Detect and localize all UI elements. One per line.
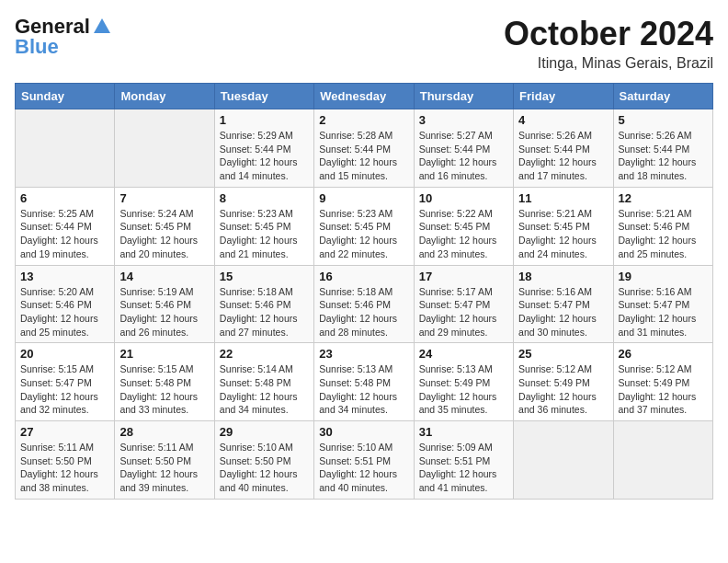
day-info: Sunrise: 5:13 AMSunset: 5:49 PMDaylight:… — [419, 362, 508, 417]
calendar-cell: 17Sunrise: 5:17 AMSunset: 5:47 PMDayligh… — [414, 265, 513, 343]
calendar-cell: 31Sunrise: 5:09 AMSunset: 5:51 PMDayligh… — [414, 421, 513, 500]
day-info: Sunrise: 5:09 AMSunset: 5:51 PMDaylight:… — [419, 441, 508, 495]
calendar-table: SundayMondayTuesdayWednesdayThursdayFrid… — [15, 83, 713, 500]
day-info: Sunrise: 5:25 AMSunset: 5:44 PMDaylight:… — [20, 207, 109, 261]
day-number: 13 — [20, 270, 109, 283]
day-number: 22 — [220, 347, 309, 361]
calendar-cell: 29Sunrise: 5:10 AMSunset: 5:50 PMDayligh… — [214, 421, 313, 500]
day-info: Sunrise: 5:26 AMSunset: 5:44 PMDaylight:… — [518, 129, 608, 183]
calendar-cell: 5Sunrise: 5:26 AMSunset: 5:44 PMDaylight… — [613, 109, 712, 188]
calendar-cell: 19Sunrise: 5:16 AMSunset: 5:47 PMDayligh… — [613, 265, 712, 343]
day-info: Sunrise: 5:29 AMSunset: 5:44 PMDaylight:… — [220, 129, 309, 183]
day-number: 9 — [319, 191, 408, 205]
calendar-week-3: 13Sunrise: 5:20 AMSunset: 5:46 PMDayligh… — [16, 265, 713, 343]
day-number: 12 — [619, 191, 708, 205]
calendar-week-5: 27Sunrise: 5:11 AMSunset: 5:50 PMDayligh… — [16, 421, 713, 500]
page-header: General Blue October 2024 Itinga, Minas … — [15, 15, 713, 72]
weekday-header-thursday: Thursday — [414, 84, 513, 109]
calendar-cell: 22Sunrise: 5:14 AMSunset: 5:48 PMDayligh… — [214, 343, 313, 421]
calendar-cell: 30Sunrise: 5:10 AMSunset: 5:51 PMDayligh… — [314, 421, 414, 500]
calendar-cell: 2Sunrise: 5:28 AMSunset: 5:44 PMDaylight… — [314, 109, 414, 188]
weekday-header-sunday: Sunday — [16, 84, 115, 109]
day-info: Sunrise: 5:23 AMSunset: 5:45 PMDaylight:… — [220, 207, 309, 261]
logo-icon — [92, 17, 112, 37]
day-number: 14 — [119, 270, 209, 283]
day-info: Sunrise: 5:19 AMSunset: 5:46 PMDaylight:… — [119, 285, 209, 339]
weekday-header-saturday: Saturday — [613, 84, 712, 109]
calendar-cell: 16Sunrise: 5:18 AMSunset: 5:46 PMDayligh… — [314, 265, 414, 343]
calendar-cell: 13Sunrise: 5:20 AMSunset: 5:46 PMDayligh… — [16, 265, 115, 343]
day-info: Sunrise: 5:10 AMSunset: 5:51 PMDaylight:… — [319, 441, 408, 495]
calendar-cell: 3Sunrise: 5:27 AMSunset: 5:44 PMDaylight… — [414, 109, 513, 188]
day-info: Sunrise: 5:28 AMSunset: 5:44 PMDaylight:… — [319, 129, 408, 183]
calendar-cell: 11Sunrise: 5:21 AMSunset: 5:45 PMDayligh… — [514, 187, 613, 265]
calendar-cell: 26Sunrise: 5:12 AMSunset: 5:49 PMDayligh… — [613, 343, 712, 421]
day-number: 21 — [119, 347, 209, 361]
day-number: 17 — [419, 270, 508, 283]
day-info: Sunrise: 5:10 AMSunset: 5:50 PMDaylight:… — [220, 441, 309, 495]
weekday-header-row: SundayMondayTuesdayWednesdayThursdayFrid… — [16, 84, 713, 109]
day-number: 3 — [419, 113, 508, 127]
calendar-cell: 8Sunrise: 5:23 AMSunset: 5:45 PMDaylight… — [214, 187, 313, 265]
day-number: 7 — [119, 191, 209, 205]
day-number: 24 — [419, 347, 508, 361]
day-number: 2 — [319, 113, 408, 127]
day-number: 27 — [20, 425, 109, 439]
calendar-cell: 7Sunrise: 5:24 AMSunset: 5:45 PMDaylight… — [115, 187, 214, 265]
weekday-header-tuesday: Tuesday — [214, 84, 313, 109]
weekday-header-friday: Friday — [514, 84, 613, 109]
day-info: Sunrise: 5:14 AMSunset: 5:48 PMDaylight:… — [220, 362, 309, 417]
calendar-cell: 28Sunrise: 5:11 AMSunset: 5:50 PMDayligh… — [115, 421, 214, 500]
calendar-cell: 10Sunrise: 5:22 AMSunset: 5:45 PMDayligh… — [414, 187, 513, 265]
day-info: Sunrise: 5:13 AMSunset: 5:48 PMDaylight:… — [319, 362, 408, 417]
calendar-cell: 25Sunrise: 5:12 AMSunset: 5:49 PMDayligh… — [514, 343, 613, 421]
day-number: 19 — [619, 270, 708, 283]
day-number: 28 — [119, 425, 209, 439]
calendar-week-2: 6Sunrise: 5:25 AMSunset: 5:44 PMDaylight… — [16, 187, 713, 265]
logo-blue: Blue — [15, 35, 59, 59]
weekday-header-monday: Monday — [115, 84, 214, 109]
day-info: Sunrise: 5:16 AMSunset: 5:47 PMDaylight:… — [518, 285, 608, 339]
day-info: Sunrise: 5:22 AMSunset: 5:45 PMDaylight:… — [419, 207, 508, 261]
calendar-week-1: 1Sunrise: 5:29 AMSunset: 5:44 PMDaylight… — [16, 109, 713, 188]
day-number: 31 — [419, 425, 508, 439]
calendar-cell: 9Sunrise: 5:23 AMSunset: 5:45 PMDaylight… — [314, 187, 414, 265]
day-number: 20 — [20, 347, 109, 361]
day-number: 30 — [319, 425, 408, 439]
day-info: Sunrise: 5:12 AMSunset: 5:49 PMDaylight:… — [518, 362, 608, 417]
svg-marker-0 — [94, 18, 110, 33]
title-block: October 2024 Itinga, Minas Gerais, Brazi… — [504, 15, 713, 72]
calendar-cell: 18Sunrise: 5:16 AMSunset: 5:47 PMDayligh… — [514, 265, 613, 343]
day-info: Sunrise: 5:21 AMSunset: 5:46 PMDaylight:… — [619, 207, 708, 261]
day-info: Sunrise: 5:20 AMSunset: 5:46 PMDaylight:… — [20, 285, 109, 339]
calendar-cell — [514, 421, 613, 500]
calendar-cell: 24Sunrise: 5:13 AMSunset: 5:49 PMDayligh… — [414, 343, 513, 421]
day-info: Sunrise: 5:16 AMSunset: 5:47 PMDaylight:… — [619, 285, 708, 339]
location: Itinga, Minas Gerais, Brazil — [504, 55, 713, 72]
calendar-cell: 20Sunrise: 5:15 AMSunset: 5:47 PMDayligh… — [16, 343, 115, 421]
day-info: Sunrise: 5:15 AMSunset: 5:47 PMDaylight:… — [20, 362, 109, 417]
day-number: 26 — [619, 347, 708, 361]
calendar-cell — [16, 109, 115, 188]
day-number: 16 — [319, 270, 408, 283]
day-number: 4 — [518, 113, 608, 127]
day-info: Sunrise: 5:11 AMSunset: 5:50 PMDaylight:… — [119, 441, 209, 495]
day-info: Sunrise: 5:11 AMSunset: 5:50 PMDaylight:… — [20, 441, 109, 495]
calendar-week-4: 20Sunrise: 5:15 AMSunset: 5:47 PMDayligh… — [16, 343, 713, 421]
day-number: 18 — [518, 270, 608, 283]
calendar-cell: 6Sunrise: 5:25 AMSunset: 5:44 PMDaylight… — [16, 187, 115, 265]
calendar-cell: 1Sunrise: 5:29 AMSunset: 5:44 PMDaylight… — [214, 109, 313, 188]
day-info: Sunrise: 5:15 AMSunset: 5:48 PMDaylight:… — [119, 362, 209, 417]
calendar-cell: 23Sunrise: 5:13 AMSunset: 5:48 PMDayligh… — [314, 343, 414, 421]
day-number: 6 — [20, 191, 109, 205]
day-info: Sunrise: 5:18 AMSunset: 5:46 PMDaylight:… — [319, 285, 408, 339]
logo: General Blue — [15, 15, 112, 59]
day-number: 8 — [220, 191, 309, 205]
day-number: 23 — [319, 347, 408, 361]
day-number: 15 — [220, 270, 309, 283]
day-info: Sunrise: 5:12 AMSunset: 5:49 PMDaylight:… — [619, 362, 708, 417]
day-number: 25 — [518, 347, 608, 361]
weekday-header-wednesday: Wednesday — [314, 84, 414, 109]
calendar-cell: 21Sunrise: 5:15 AMSunset: 5:48 PMDayligh… — [115, 343, 214, 421]
calendar-cell: 14Sunrise: 5:19 AMSunset: 5:46 PMDayligh… — [115, 265, 214, 343]
